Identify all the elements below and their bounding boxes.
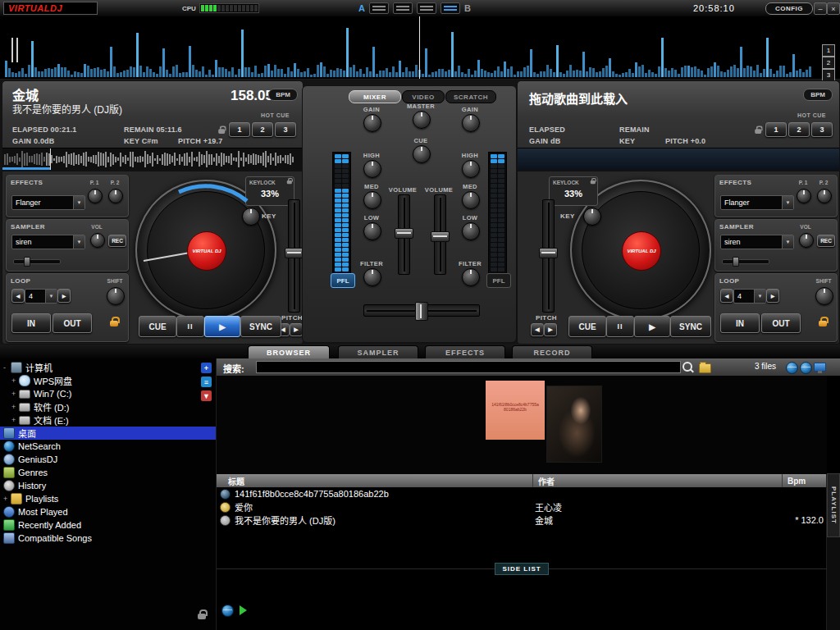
deck-b-pitch-bend-up[interactable]: ▶ [544, 323, 557, 336]
tree-expander[interactable]: - [3, 363, 11, 372]
sidebar-item-genres[interactable]: Genres [0, 466, 216, 479]
monitor-icon[interactable] [814, 363, 826, 372]
volume-fader-right-handle[interactable] [431, 231, 450, 242]
rhythm-window[interactable]: 1 2 3 [0, 16, 840, 80]
tab-sampler[interactable]: SAMPLER [338, 345, 418, 359]
deck-a-sampler-rec-button[interactable]: REC [108, 235, 126, 247]
deck-a-hot-cue-3[interactable]: 3 [275, 122, 296, 137]
table-row-1[interactable]: 141f61f8b0cce8c4b7755a80186ab22b [217, 487, 827, 500]
tab-scratch[interactable]: SCRATCH [445, 90, 496, 103]
deck-b-key-knob[interactable] [583, 208, 601, 226]
deck-a-loop-double-button[interactable]: ▶ [57, 289, 71, 303]
eq-low-knob-left[interactable] [363, 222, 381, 240]
sidebar-item-recently-added[interactable]: Recently Added [0, 518, 216, 532]
sidebar-item-computer[interactable]: -计算机 [0, 361, 216, 374]
filter-knob-left[interactable] [363, 268, 381, 286]
tab-effects[interactable]: EFFECTS [425, 345, 505, 359]
dropdown-arrow-icon[interactable]: ▼ [754, 290, 765, 303]
filter-knob-right[interactable] [462, 268, 480, 286]
hot-cue-lock-icon[interactable] [755, 126, 763, 134]
sidebar-item-geniusdj[interactable]: GeniusDJ [0, 453, 216, 466]
sidebar-item-documents-e[interactable]: +文档 (E:) [0, 413, 216, 427]
volume-fader-right[interactable] [434, 194, 446, 275]
deck-b-play-button[interactable]: ▶ [634, 316, 670, 337]
column-header-bpm[interactable]: Bpm [783, 474, 827, 487]
deck-b-hot-cue-2[interactable]: 2 [788, 122, 810, 137]
slider-handle[interactable] [733, 257, 739, 267]
dropdown-arrow-icon[interactable]: ▼ [73, 196, 84, 209]
sidelist-globe-icon[interactable] [221, 605, 234, 617]
tab-browser[interactable]: BROWSER [248, 345, 330, 359]
deck-a-loop-out-button[interactable]: OUT [52, 313, 92, 333]
deck-b-loop-shift-knob[interactable] [815, 287, 833, 305]
column-header-title[interactable]: 标题 [217, 474, 533, 487]
tree-lock-icon[interactable] [198, 609, 208, 620]
album-art-next[interactable] [546, 386, 602, 463]
deck-a-sample-select[interactable]: siren ▼ [11, 235, 85, 249]
deck-a-effect-param1-knob[interactable] [88, 189, 103, 203]
add-folder-shortcut-icon[interactable]: + [201, 363, 212, 373]
deck-a-sampler-vol-knob[interactable] [90, 233, 105, 248]
sidebar-item-wps-cloud[interactable]: +WPS网盘 [0, 374, 216, 387]
search-input[interactable] [256, 361, 681, 373]
volume-fader-left[interactable] [398, 194, 410, 275]
sidebar-item-compatible-songs[interactable]: Compatible Songs [0, 532, 216, 545]
waveform-view-button-2[interactable] [393, 2, 413, 14]
deck-a-pitch-fader[interactable] [288, 199, 300, 313]
sidebar-item-software-d[interactable]: +软件 (D:) [0, 400, 216, 413]
deck-a-effect-select[interactable]: Flanger ▼ [11, 195, 85, 210]
eq-low-knob-right[interactable] [462, 222, 480, 240]
online-music-icon[interactable] [800, 362, 812, 374]
browse-folder-icon[interactable] [699, 363, 711, 373]
deck-a-loop-half-button[interactable]: ◀ [11, 289, 25, 303]
sidebar-item-playlists[interactable]: +Playlists [0, 492, 216, 505]
waveform-view-button-4[interactable] [441, 2, 460, 14]
config-button[interactable]: CONFIG [765, 2, 813, 15]
side-list-label[interactable]: SIDE LIST [495, 563, 548, 575]
deck-b-loop-half-button[interactable]: ◀ [720, 289, 733, 303]
crossfader-handle[interactable] [415, 302, 428, 321]
rhythm-zoom-button-2[interactable]: 2 [822, 57, 835, 69]
deck-b-sync-button[interactable]: SYNC [670, 316, 711, 337]
deck-b-hot-cue-1[interactable]: 1 [765, 122, 787, 137]
minimize-button[interactable]: – [814, 2, 827, 15]
close-button[interactable]: × [827, 2, 840, 15]
tree-expander[interactable]: + [11, 416, 19, 424]
deck-a-effect-param2-knob[interactable] [108, 189, 123, 203]
deck-a-loop-length-select[interactable]: 4 ▼ [25, 289, 57, 304]
sidebar-item-netsearch[interactable]: NetSearch [0, 440, 216, 453]
add-virtual-folder-icon[interactable]: ≡ [201, 377, 212, 387]
sidebar-item-win7-c[interactable]: +Win7 (C:) [0, 387, 216, 400]
loop-lock-icon[interactable] [819, 317, 829, 327]
keylock-lock-icon[interactable] [287, 178, 293, 185]
deck-b-cue-button[interactable]: CUE [568, 316, 606, 337]
crossfader[interactable] [363, 304, 480, 317]
deck-b-sample-select[interactable]: siren ▼ [720, 235, 794, 249]
pfl-button-left[interactable]: PFL [331, 273, 355, 288]
tab-record[interactable]: RECORD [512, 345, 592, 359]
deck-b-effect-param1-knob[interactable] [797, 189, 811, 203]
sidebar-item-most-played[interactable]: Most Played [0, 505, 216, 518]
deck-b-keylock-display[interactable]: KEYLOCK 33% [549, 176, 598, 206]
tree-expander[interactable]: + [11, 403, 19, 411]
pfl-button-right[interactable]: PFL [486, 273, 511, 288]
playlist-side-tab[interactable]: PLAYLIST [827, 473, 840, 537]
keylock-lock-icon[interactable] [591, 178, 596, 185]
deck-a-loop-shift-knob[interactable] [107, 287, 125, 305]
search-icon[interactable] [682, 362, 692, 372]
dropdown-arrow-icon[interactable]: ▼ [782, 196, 793, 209]
deck-b-loop-double-button[interactable]: ▶ [766, 289, 779, 303]
tree-expander[interactable]: + [11, 390, 19, 398]
dropdown-arrow-icon[interactable]: ▼ [73, 235, 84, 249]
deck-b-pitch-handle[interactable] [539, 248, 558, 258]
master-knob[interactable] [413, 111, 431, 129]
deck-a-pitch-handle[interactable] [285, 248, 304, 258]
rhythm-zoom-button-1[interactable]: 1 [822, 44, 835, 57]
tab-mixer[interactable]: MIXER [349, 90, 401, 103]
sidebar-item-desktop[interactable]: 桌面 [0, 427, 216, 440]
deck-b-loop-length-select[interactable]: 4 ▼ [733, 289, 766, 304]
tab-video[interactable]: VIDEO [402, 90, 445, 103]
gain-knob-left[interactable] [363, 114, 381, 132]
deck-b-sampler-volume-slider[interactable] [722, 259, 769, 264]
deck-a-hot-cue-1[interactable]: 1 [229, 122, 250, 137]
